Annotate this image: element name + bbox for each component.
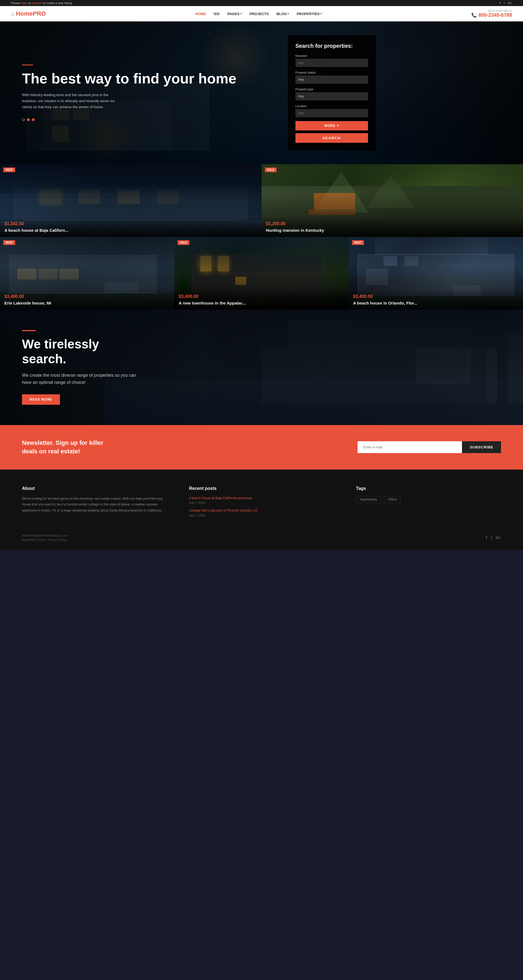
hero-section: The best way to find your home With indu… (0, 21, 523, 164)
nav-blog[interactable]: BLOG▾ (276, 12, 289, 16)
property-card-3[interactable]: RENT $3,400.00 Erie Lakeside house, MI (0, 237, 174, 310)
top-bar-notice: Please login or register to create a new… (11, 2, 73, 5)
facebook-icon[interactable]: f (500, 2, 501, 5)
hero-content: The best way to find your home With indu… (0, 65, 288, 121)
footer-post-2-title[interactable]: Cottage with a big pool in Phoenix subur… (189, 508, 334, 513)
status-select[interactable]: Any For Sale For Rent (295, 75, 368, 84)
property-name-2: Hunting mansion in Kentucky (266, 228, 519, 232)
property-info-1: $1,342.00 A beach house at Baja Californ… (0, 217, 262, 237)
property-card-5[interactable]: RENT $3,400.00 A beach house in Orlando,… (349, 237, 523, 310)
newsletter-email-input[interactable] (357, 441, 462, 453)
twitter-icon[interactable]: t (504, 2, 505, 5)
footer-post-1-date: July 7, 2016 (189, 501, 334, 504)
logo-text: HomePRO (16, 10, 46, 17)
footer: About We're hunting for the best gems on… (0, 469, 523, 550)
property-price-5: $3,400.00 (353, 294, 518, 299)
newsletter-form: SUBSCRIBE (357, 441, 501, 453)
footer-googleplus-icon[interactable]: G+ (496, 535, 501, 540)
keyword-label: Keyword (295, 54, 368, 57)
hero-line-decoration (22, 65, 33, 65)
property-name-3: Erie Lakeside house, MI (5, 301, 170, 305)
footer-about-col: About We're hunting for the best gems on… (22, 486, 167, 517)
mid-content: We tirelessly search. We create the most… (0, 330, 165, 404)
location-input[interactable] (295, 109, 368, 117)
property-info-5: $3,400.00 A beach house in Orlando, Flor… (349, 290, 523, 310)
contact-phone: 📞 800-2345-6789 (471, 12, 512, 18)
footer-twitter-icon[interactable]: t (491, 535, 492, 540)
top-bar: Please login or register to create a new… (0, 0, 523, 6)
login-link[interactable]: login (21, 2, 27, 5)
footer-website: www.heritagechristiancollege.com (22, 534, 68, 537)
keyword-input[interactable] (295, 59, 368, 67)
property-card-4[interactable]: SALE $3,400.00 A new townhouse in the Ap… (174, 237, 349, 310)
property-badge-2: SALE (265, 167, 277, 172)
property-card-1[interactable]: RENT $1,342.00 A beach house at Baja Cal… (0, 164, 262, 237)
type-select[interactable]: Any House Apartment Office (295, 92, 368, 100)
newsletter-subscribe-button[interactable]: SUBSCRIBE (462, 441, 501, 453)
property-badge-1: RENT (3, 167, 15, 172)
header-contact: Get in touch with us 📞 800-2345-6789 (471, 10, 512, 18)
footer-facebook-icon[interactable]: f (486, 535, 487, 540)
mid-title: We tirelessly search. (22, 337, 143, 366)
property-price-2: $1,200.00 (266, 221, 519, 226)
mid-line-decoration (22, 330, 36, 331)
footer-tags-list: Apartments Office (356, 496, 501, 503)
nav-projects[interactable]: PROJECTS (250, 12, 269, 16)
search-button[interactable]: SEARCH (295, 133, 368, 143)
status-field: Property status Any For Sale For Rent (295, 71, 368, 84)
property-badge-3: RENT (3, 240, 15, 245)
keyword-field: Keyword (295, 54, 368, 67)
properties-section: RENT $1,342.00 A beach house at Baja Cal… (0, 164, 523, 310)
footer-about-title: About (22, 486, 167, 491)
nav-properties[interactable]: PROPERTIES▾ (297, 12, 322, 16)
footer-copyright: HomePRO ©2017. Privacy Policy (22, 538, 68, 541)
property-badge-5: RENT (352, 240, 364, 245)
status-label: Property status (295, 71, 368, 74)
footer-posts-title: Recent posts (189, 486, 334, 491)
hero-dot-2[interactable] (27, 118, 30, 121)
footer-tag-office[interactable]: Office (384, 496, 401, 503)
googleplus-icon[interactable]: G+ (508, 2, 512, 5)
location-field: Location (295, 104, 368, 117)
read-more-button[interactable]: READ MORE (22, 394, 60, 405)
type-field: Property type Any House Apartment Office (295, 88, 368, 100)
footer-social: f t G+ (486, 535, 501, 540)
home-icon: ⌂ (11, 11, 14, 17)
contact-label: Get in touch with us (471, 10, 512, 12)
hero-title: The best way to find your home (22, 71, 266, 86)
footer-tag-apartments[interactable]: Apartments (356, 496, 381, 503)
footer-top: About We're hunting for the best gems on… (22, 486, 501, 517)
property-name-5: A beach house in Orlando, Flor... (353, 301, 518, 305)
chevron-down-icon: ▾ (337, 124, 339, 128)
properties-row-2: RENT $3,400.00 Erie Lakeside house, MI (0, 237, 523, 310)
nav-home[interactable]: HOME (195, 12, 206, 16)
property-info-3: $3,400.00 Erie Lakeside house, MI (0, 290, 174, 310)
hero-description: With industry-leading tools and the savv… (22, 92, 115, 110)
newsletter-section: Newsletter. Sign up for killer deals on … (0, 425, 523, 469)
property-name-4: A new townhouse in the Appalac... (179, 301, 344, 305)
footer-posts-list: A beach house at Baja California peninsu… (189, 496, 334, 517)
mid-description: We create the most diverse range of prop… (22, 372, 143, 386)
logo[interactable]: ⌂ HomePRO (11, 10, 46, 17)
hero-dot-3[interactable] (32, 118, 35, 121)
property-price-4: $3,400.00 (179, 294, 344, 299)
type-label: Property type (295, 88, 368, 91)
property-card-2[interactable]: SALE $1,200.00 Hunting mansion in Kentuc… (262, 164, 523, 237)
search-panel-title: Search for properties: (295, 43, 368, 49)
hero-dot-1[interactable] (22, 118, 25, 121)
register-link[interactable]: register (32, 2, 42, 5)
footer-post-1: A beach house at Baja California peninsu… (189, 496, 334, 505)
footer-post-2-date: July 7, 2016 (189, 514, 334, 517)
top-bar-social: f t G+ (500, 2, 512, 5)
more-button[interactable]: MORE ▾ (295, 121, 368, 130)
property-name-1: A beach house at Baja Californ... (5, 228, 257, 232)
main-nav: HOME IDX PAGES▾ PROJECTS BLOG▾ PROPERTIE… (195, 12, 322, 16)
location-label: Location (295, 104, 368, 108)
nav-idx[interactable]: IDX (214, 12, 220, 16)
nav-pages[interactable]: PAGES▾ (227, 12, 242, 16)
footer-tags-title: Tags (356, 486, 501, 491)
footer-bottom: www.heritagechristiancollege.com HomePRO… (22, 528, 501, 541)
footer-post-1-title[interactable]: A beach house at Baja California peninsu… (189, 496, 334, 501)
phone-icon: 📞 (471, 13, 477, 18)
footer-tags-col: Tags Apartments Office (356, 486, 501, 517)
